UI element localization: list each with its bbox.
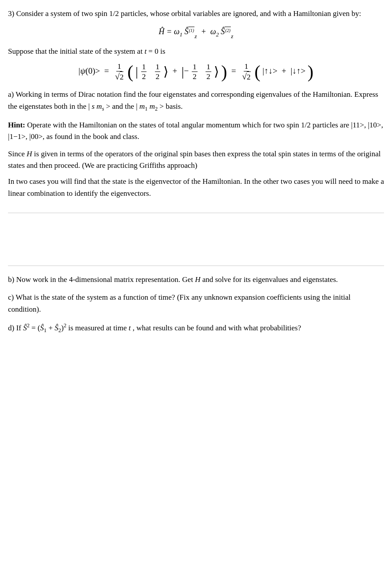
plus-sign-2: + [280, 66, 289, 75]
ket-sm: | s ms > [88, 102, 110, 111]
hint-block: Hint: Operate with the Hamiltonian on th… [8, 119, 384, 143]
part-d-text: d) If Ŝ2 = (Ŝ1 + Ŝ2)2 is measured at tim… [8, 324, 301, 332]
big-right-paren-2: ) [308, 62, 313, 82]
part-a-block: a) Working in terms of Dirac notation fi… [8, 89, 384, 113]
ket-up-down: |↑↓> [262, 66, 277, 75]
part-b-block: b) Now work in the 4-dimensional matrix … [8, 274, 384, 286]
basis-text: basis. [164, 102, 183, 111]
psi-fraction-1: 1 √2 [114, 62, 124, 82]
ket-m1m2: | m1 m2 > [136, 102, 164, 111]
plus-sign-1: + [170, 66, 179, 75]
psi-term2: |− 1 2 1 2 ⟩ [182, 66, 221, 75]
big-right-paren: ) [221, 62, 227, 82]
and-the-text: and the [110, 102, 136, 111]
in-two-cases-text: In two cases you will find that the stat… [8, 177, 384, 197]
hamiltonian-expr: Ĥ = ω1 Ŝ (1)z + ω2 Ŝ (2)z [159, 27, 234, 36]
hint-text: Operate with the Hamiltonian on the stat… [8, 121, 383, 141]
part-c-block: c) What is the state of the system as a … [8, 292, 384, 315]
problem-intro: 3) Consider a system of two spin 1/2 par… [8, 8, 384, 20]
part-c-text: c) What is the state of the system as a … [8, 293, 351, 313]
initial-state-intro: Suppose that the initial state of the sy… [8, 46, 384, 57]
big-left-paren-2: ( [254, 62, 260, 82]
divider-area [8, 213, 384, 266]
intro-text: 3) Consider a system of two spin 1/2 par… [8, 9, 361, 18]
since-h-text: Since H is given in terms of the operato… [8, 150, 380, 170]
ket-down-up: |↓↑> [291, 66, 306, 75]
hamiltonian-equation: Ĥ = ω1 Ŝ (1)z + ω2 Ŝ (2)z [8, 26, 384, 40]
part-d-block: d) If Ŝ2 = (Ŝ1 + Ŝ2)2 is measured at tim… [8, 321, 384, 335]
since-h-block: Since H is given in terms of the operato… [8, 148, 384, 172]
psi-lhs: |ψ(0)> [79, 66, 102, 75]
problem-content: 3) Consider a system of two spin 1/2 par… [8, 8, 384, 335]
in-two-cases-block: In two cases you will find that the stat… [8, 176, 384, 199]
psi-eq-sign: = [102, 66, 111, 75]
psi-equation: |ψ(0)> = 1 √2 ( | 1 2 1 2 ⟩ [8, 62, 384, 82]
page: 3) Consider a system of two spin 1/2 par… [8, 8, 384, 571]
part-a-label: a) Working in terms of Dirac notation fi… [8, 90, 378, 110]
hint-label: Hint: [8, 121, 25, 129]
part-b-text: b) Now work in the 4-dimensional matrix … [8, 275, 338, 284]
psi-fraction-2: 1 √2 [241, 62, 251, 82]
psi-eq-sign-2: = [229, 66, 238, 75]
psi-term1: | 1 2 1 2 ⟩ [135, 66, 170, 75]
big-left-paren: ( [127, 62, 133, 82]
